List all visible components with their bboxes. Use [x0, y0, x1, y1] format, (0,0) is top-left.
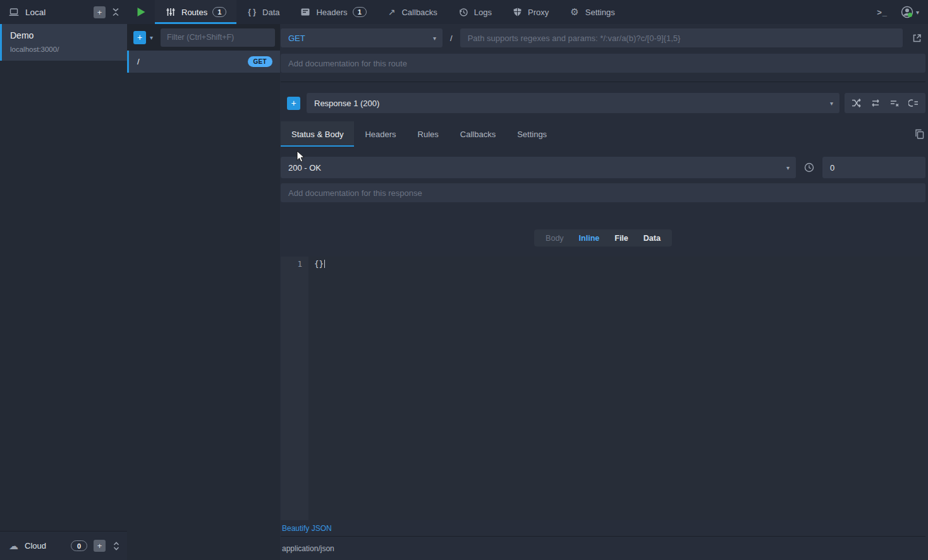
- cloud-label: Cloud: [25, 541, 46, 551]
- latency-input[interactable]: [822, 157, 925, 178]
- tab-data[interactable]: { } Data: [236, 0, 290, 24]
- tab-callbacks-label: Callbacks: [401, 8, 437, 17]
- sequential-response-icon[interactable]: [866, 94, 885, 112]
- tab-settings-label: Settings: [585, 8, 615, 17]
- route-editor: GET ▾ / + Response 1 (200): [280, 24, 928, 560]
- latency-clock-icon: [803, 161, 815, 174]
- tab-proxy[interactable]: Proxy: [502, 0, 559, 24]
- gear-icon: ⚙: [569, 5, 580, 19]
- chevron-down-icon: ▾: [830, 100, 833, 107]
- method-select[interactable]: GET ▾: [281, 28, 443, 47]
- response-mode-buttons: [845, 93, 925, 113]
- chevron-down-icon: ▾: [786, 164, 790, 171]
- editor-gutter: 1: [281, 257, 308, 520]
- headers-count-badge: 1: [353, 7, 367, 17]
- routes-empty-area: [127, 73, 280, 560]
- status-code-select[interactable]: 200 - OK ▾: [281, 157, 796, 178]
- tab-logs[interactable]: Logs: [448, 0, 502, 24]
- body-editor[interactable]: 1 {}: [281, 257, 925, 520]
- response-documentation-input[interactable]: [281, 183, 925, 202]
- environments-empty-area: [0, 61, 127, 531]
- main-tabs: Routes 1 { } Data Headers 1 ↗ Callbacks: [155, 0, 625, 24]
- collapse-icon[interactable]: [111, 6, 121, 18]
- tab-data-label: Data: [262, 8, 279, 17]
- proxy-shield-icon: [512, 6, 523, 18]
- tab-headers[interactable]: Headers 1: [290, 0, 376, 24]
- route-path: /: [137, 57, 140, 66]
- response-select[interactable]: Response 1 (200) ▾: [307, 93, 839, 113]
- tab-routes[interactable]: Routes 1: [155, 0, 236, 24]
- routes-count-badge: 1: [212, 7, 226, 17]
- add-route-menu-caret-icon[interactable]: ▾: [149, 34, 154, 41]
- add-route-button[interactable]: +: [133, 31, 146, 44]
- body-mode-inline[interactable]: Inline: [571, 234, 607, 243]
- routes-filter-input[interactable]: [161, 28, 275, 47]
- tab-status-body[interactable]: Status & Body: [281, 121, 354, 147]
- tab-routes-label: Routes: [181, 8, 207, 17]
- body-mode-file[interactable]: File: [607, 234, 636, 243]
- fallback-mode-icon[interactable]: [904, 94, 923, 112]
- tab-logs-label: Logs: [474, 8, 492, 17]
- response-select-value: Response 1 (200): [314, 99, 379, 108]
- cloud-icon: ☁: [9, 540, 18, 552]
- callback-arrow-icon: ↗: [387, 6, 397, 18]
- tab-response-callbacks-label: Callbacks: [460, 130, 496, 139]
- chevron-down-icon: ▾: [433, 35, 436, 42]
- environment-name: Demo: [10, 30, 119, 40]
- open-route-external-icon[interactable]: [911, 32, 923, 44]
- editor-footer: application/json: [281, 536, 925, 560]
- tab-rules[interactable]: Rules: [407, 121, 449, 147]
- add-environment-button[interactable]: +: [94, 6, 106, 18]
- route-method-badge: GET: [248, 56, 272, 67]
- mockoon-window: Local + Routes 1 { } Data: [0, 0, 928, 560]
- copy-icon[interactable]: [913, 128, 925, 140]
- method-select-value: GET: [288, 33, 305, 43]
- command-palette-icon[interactable]: >_: [876, 6, 889, 18]
- computer-icon: [8, 7, 20, 18]
- editor-code-text: {}: [314, 259, 324, 269]
- account-menu[interactable]: ▾: [900, 5, 919, 19]
- account-icon: [900, 5, 914, 19]
- chevron-down-icon: ▾: [916, 9, 919, 16]
- online-status-dot: [908, 13, 912, 17]
- editor-line-number: 1: [297, 259, 302, 269]
- environments-sidebar: Demo localhost:3000/ ☁ Cloud 0 +: [0, 24, 127, 560]
- sort-chevrons-icon[interactable]: [112, 540, 121, 552]
- tab-response-headers-label: Headers: [365, 130, 396, 139]
- beautify-json-link[interactable]: Beautify JSON: [282, 524, 332, 533]
- body-mode-data[interactable]: Data: [636, 234, 668, 243]
- response-tabs: Status & Body Headers Rules Callbacks Se…: [281, 121, 925, 147]
- environment-item-demo[interactable]: Demo localhost:3000/: [0, 24, 127, 61]
- route-item-root[interactable]: / GET: [127, 51, 280, 73]
- status-code-value: 200 - OK: [288, 163, 321, 173]
- headers-icon: [300, 7, 311, 17]
- tab-headers-label: Headers: [316, 8, 347, 17]
- data-icon: { }: [247, 6, 257, 18]
- add-cloud-environment-button[interactable]: +: [94, 540, 106, 552]
- add-response-button[interactable]: +: [287, 97, 300, 110]
- routes-icon: [165, 6, 176, 18]
- tab-response-callbacks[interactable]: Callbacks: [449, 121, 506, 147]
- random-response-icon[interactable]: [847, 94, 866, 112]
- tab-settings[interactable]: ⚙ Settings: [559, 0, 625, 24]
- tab-rules-label: Rules: [418, 130, 439, 139]
- tab-response-settings[interactable]: Settings: [506, 121, 558, 147]
- topbar: Local + Routes 1 { } Data: [0, 0, 928, 24]
- local-environments-header: Local +: [0, 0, 127, 24]
- body-mode-label: Body: [538, 234, 571, 243]
- topbar-right: >_ ▾: [876, 0, 928, 24]
- history-clock-icon: [458, 6, 469, 18]
- text-cursor: [324, 260, 325, 268]
- tab-response-headers[interactable]: Headers: [354, 121, 406, 147]
- tab-callbacks[interactable]: ↗ Callbacks: [377, 0, 448, 24]
- body-mode-toggle: Body Inline File Data: [534, 229, 672, 247]
- divider: [281, 82, 925, 82]
- tab-proxy-label: Proxy: [528, 8, 549, 17]
- editor-content[interactable]: {}: [308, 257, 925, 520]
- route-path-input[interactable]: [460, 28, 903, 47]
- cloud-count-badge: 0: [71, 540, 87, 551]
- tab-response-settings-label: Settings: [517, 130, 547, 139]
- start-server-button[interactable]: [135, 6, 147, 18]
- route-documentation-input[interactable]: [281, 54, 925, 73]
- disable-rules-icon[interactable]: [885, 94, 904, 112]
